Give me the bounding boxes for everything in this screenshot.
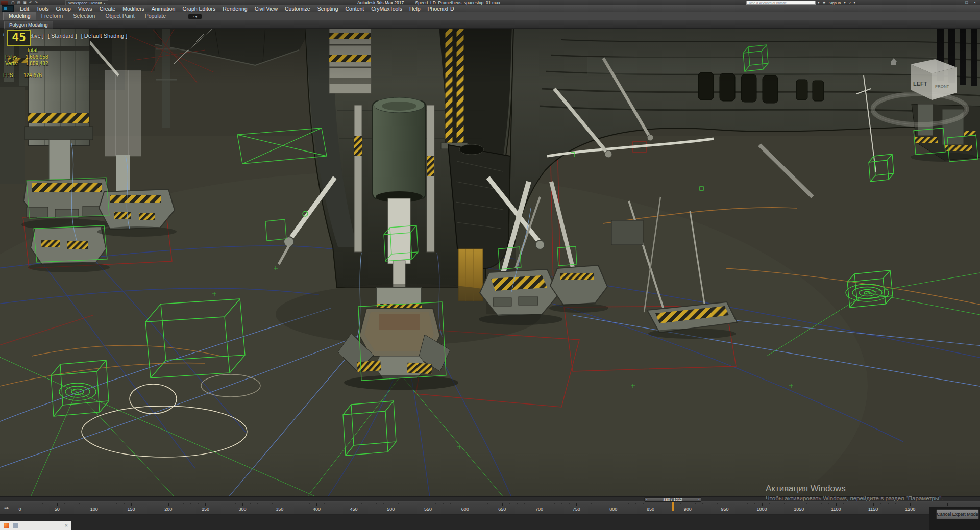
menu-group[interactable]: Group	[53, 5, 75, 12]
ruler-minor-tick	[495, 503, 495, 504]
ruler-minor-tick	[635, 503, 636, 504]
menu-edit[interactable]: Edit	[16, 5, 33, 12]
ruler-tick	[391, 503, 391, 506]
ruler-minor-tick	[295, 503, 295, 504]
max-app-logo[interactable]	[2, 5, 14, 12]
window-controls: – □ ×	[954, 0, 979, 5]
stats-verts-value: 1,859,432	[26, 60, 48, 67]
menu-rendering[interactable]: Rendering	[219, 5, 251, 12]
menu-graph-editors[interactable]: Graph Editors	[179, 5, 219, 12]
menu-phoenixfd[interactable]: PhoenixFD	[424, 5, 458, 12]
save-icon[interactable]: ▣	[23, 1, 27, 5]
track-bar-ruler[interactable]: 0501001502002503003504004505005506006507…	[0, 502, 980, 515]
ruler-minor-tick	[435, 503, 436, 504]
ruler-minor-tick	[547, 503, 547, 504]
polygon-modeling-panel[interactable]: Polygon Modeling	[4, 21, 53, 29]
ruler-minor-tick	[220, 503, 220, 504]
ruler-tick-label: 1200	[905, 507, 915, 512]
ruler-minor-tick	[347, 503, 347, 504]
viewport-shading-label[interactable]: [ Default Shading ]	[81, 33, 128, 39]
ruler-tick-label: 700	[535, 507, 543, 512]
ruler-tick	[799, 503, 799, 506]
ruler-minor-tick	[695, 503, 696, 504]
ruler-minor-tick	[828, 503, 829, 504]
menu-modifiers[interactable]: Modifiers	[119, 5, 148, 12]
taskbar-app-icon-1[interactable]	[4, 523, 9, 528]
ruler-minor-tick	[450, 503, 451, 504]
menu-create[interactable]: Create	[96, 5, 119, 12]
menu-bar: EditToolsGroupViewsCreateModifiersAnimat…	[0, 5, 980, 12]
time-slider-track[interactable]: ‹ 880 / 1212 ›	[0, 496, 980, 502]
search-arrow-icon[interactable]: ▾	[818, 1, 820, 5]
mini-curve-editor-button[interactable]: ≡▸	[2, 504, 11, 511]
current-frame-marker[interactable]	[672, 502, 674, 511]
close-button[interactable]: ×	[971, 0, 979, 5]
stats-polys-label: Polys:	[5, 54, 26, 60]
menu-views[interactable]: Views	[75, 5, 96, 12]
next-frame-button[interactable]: ›	[698, 498, 699, 502]
ruler-minor-tick	[933, 503, 933, 504]
menu-scripting[interactable]: Scripting	[314, 5, 342, 12]
ruler-tick	[540, 503, 540, 506]
ruler-tick	[762, 503, 763, 506]
viewport-menu-plus[interactable]: +	[2, 32, 5, 38]
new-file-icon[interactable]: ▢	[11, 1, 15, 5]
viewport-renderer-label[interactable]: [ Standard ]	[48, 33, 77, 39]
ruler-minor-tick	[309, 503, 310, 504]
menu-animation[interactable]: Animation	[148, 5, 179, 12]
menu-help[interactable]: Help	[406, 5, 424, 12]
minimize-button[interactable]: –	[954, 0, 963, 5]
ribbon-collapse-button[interactable]: ▪ ▾	[188, 14, 202, 19]
ruler-tick	[651, 503, 651, 506]
ribbon-tab-bar: ModelingFreeformSelectionObject PaintPop…	[0, 12, 980, 20]
ruler-minor-tick	[717, 503, 718, 504]
dot-icon: ▪	[193, 15, 194, 18]
ruler-minor-tick	[895, 503, 896, 504]
star-icon[interactable]: ★	[823, 1, 826, 5]
undo-icon[interactable]: ↶	[29, 1, 32, 5]
open-file-icon[interactable]: ▤	[17, 1, 21, 5]
workspace-dropdown[interactable]: Workspace: Default▾	[65, 0, 108, 5]
ruler-minor-tick	[369, 503, 369, 504]
redo-icon[interactable]: ↷	[35, 1, 38, 5]
close-icon[interactable]: ×	[65, 523, 68, 528]
taskbar-app-icon-2[interactable]	[13, 523, 18, 528]
previous-frame-button[interactable]: ‹	[646, 498, 648, 502]
ruler-minor-tick	[257, 503, 258, 504]
ribbon-tab-freeform[interactable]: Freeform	[36, 12, 68, 20]
search-input[interactable]: Type a keyword or phrase	[746, 1, 816, 5]
sign-in-button[interactable]: Sign In	[829, 1, 841, 5]
ruler-minor-tick	[87, 503, 87, 504]
ribbon-tab-populate[interactable]: Populate	[140, 12, 171, 20]
time-slider-thumb[interactable]: ‹ 880 / 1212 ›	[644, 497, 701, 502]
ruler-minor-tick	[228, 503, 228, 504]
menu-tools[interactable]: Tools	[33, 5, 53, 12]
menu-content[interactable]: Content	[341, 5, 368, 12]
ruler-tick-label: 1100	[831, 507, 841, 512]
help-chevron-icon[interactable]: ▾	[854, 1, 856, 5]
ruler-minor-tick	[413, 503, 413, 504]
ruler-minor-tick	[250, 503, 251, 504]
menu-civil-view[interactable]: Civil View	[251, 5, 281, 12]
ruler-minor-tick	[777, 503, 777, 504]
app-icon[interactable]	[1, 1, 8, 5]
ruler-minor-tick	[458, 503, 458, 504]
ribbon-tab-modeling[interactable]: Modeling	[3, 12, 36, 20]
viewport[interactable]: LEFT FRONT + [ Perspective ] [ Standard …	[0, 28, 980, 496]
restore-button[interactable]: □	[963, 0, 971, 5]
menu-customize[interactable]: Customize	[281, 5, 314, 12]
ruler-minor-tick	[569, 503, 570, 504]
ruler-tick-label: 450	[350, 507, 358, 512]
ruler-tick	[242, 503, 243, 506]
ribbon-tab-object-paint[interactable]: Object Paint	[100, 12, 139, 20]
ribbon-tab-selection[interactable]: Selection	[68, 12, 100, 20]
help-icon[interactable]: ?	[849, 1, 851, 5]
ruler-tick-label: 0	[18, 507, 21, 512]
sign-in-chevron-icon[interactable]: ▾	[844, 1, 846, 5]
cancel-expert-mode-button[interactable]: Cancel Expert Mode	[936, 509, 979, 519]
ruler-minor-tick	[517, 503, 518, 504]
ruler-minor-tick	[287, 503, 287, 504]
ruler-minor-tick	[747, 503, 748, 504]
ruler-minor-tick	[161, 503, 161, 504]
menu-crymaxtools[interactable]: CryMaxTools	[368, 5, 406, 12]
